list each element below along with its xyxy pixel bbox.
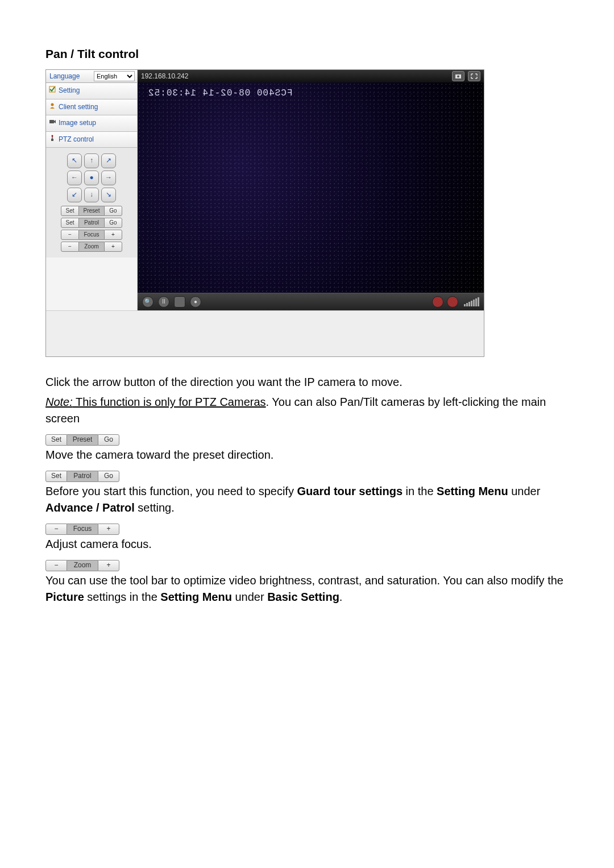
sidebar: Language English Setting Client setting (46, 70, 138, 310)
dir-down[interactable]: ↓ (84, 188, 99, 202)
inline-patrol-control: Set Patrol Go (45, 471, 119, 482)
check-icon (49, 86, 56, 93)
dir-down-right[interactable]: ↘ (101, 188, 116, 202)
language-row: Language English (46, 70, 137, 83)
alert-icon[interactable] (432, 296, 443, 308)
video-toolbar: 🔍 II ● (138, 293, 484, 310)
inline-zoom-label: Zoom (67, 560, 98, 571)
dir-up[interactable]: ↑ (84, 153, 99, 168)
inline-zoom-minus[interactable]: − (45, 560, 67, 571)
dir-left[interactable]: ← (67, 171, 82, 185)
patrol-go[interactable]: Go (104, 218, 122, 228)
snapshot-icon[interactable] (452, 71, 464, 81)
language-label: Language (49, 72, 80, 81)
language-select[interactable]: English (94, 71, 135, 81)
preset-go[interactable]: Go (104, 206, 122, 216)
dir-up-left[interactable]: ↖ (67, 153, 82, 168)
preset-label: Preset (79, 206, 104, 216)
patrol-set[interactable]: Set (61, 218, 79, 228)
inline-zoom-plus[interactable]: + (98, 560, 119, 571)
text-directions: Click the arrow button of the direction … (45, 374, 569, 391)
section-title: Pan / Tilt control (45, 45, 569, 63)
nav-image-setup[interactable]: Image setup (46, 115, 137, 131)
preset-desc: Move the camera toward the preset direct… (45, 447, 569, 463)
inline-zoom-control: − Zoom + (45, 560, 119, 571)
nav-client-setting[interactable]: Client setting (46, 99, 137, 115)
inline-focus-minus[interactable]: − (45, 524, 67, 535)
text-note: Note: This function is only for PTZ Came… (45, 394, 569, 427)
frame-footer (46, 310, 484, 356)
focus-desc: Adjust camera focus. (45, 536, 569, 553)
volume-bars-icon (464, 297, 479, 306)
nav-setting[interactable]: Setting (46, 83, 137, 99)
inline-patrol-go[interactable]: Go (98, 471, 119, 482)
ip-address: 192.168.10.242 (141, 72, 188, 81)
inline-patrol-set[interactable]: Set (45, 471, 67, 482)
toolbar-desc: You can use the tool bar to optimize vid… (45, 572, 569, 605)
svg-marker-3 (54, 120, 56, 123)
note-label: Note: (45, 396, 73, 408)
inline-preset-control: Set Preset Go (45, 434, 119, 446)
inline-focus-label: Focus (67, 524, 98, 535)
instruction-text: Click the arrow button of the direction … (45, 374, 569, 605)
address-bar: 192.168.10.242 (138, 70, 484, 82)
focus-minus[interactable]: − (61, 230, 79, 240)
svg-point-6 (52, 135, 53, 136)
nav-setting-label: Setting (59, 86, 80, 94)
zoom-label: Zoom (79, 242, 104, 252)
preset-set[interactable]: Set (61, 206, 79, 216)
record-icon[interactable]: ● (190, 296, 201, 308)
video-osd: FCS400 08-02-14 14:30:52 (148, 87, 292, 100)
dir-down-left[interactable]: ↙ (67, 188, 82, 202)
inline-patrol-label: Patrol (67, 471, 98, 482)
app-screenshot: Language English Setting Client setting (45, 69, 484, 357)
dir-up-right[interactable]: ↗ (101, 153, 116, 168)
inline-preset-set[interactable]: Set (45, 434, 67, 446)
patrol-label: Patrol (79, 218, 104, 228)
fullscreen-icon[interactable] (468, 71, 480, 81)
user-icon (49, 102, 56, 109)
dir-right[interactable]: → (101, 171, 116, 185)
svg-point-8 (457, 76, 459, 78)
nav-ptz-control[interactable]: PTZ control (46, 132, 137, 148)
svg-point-1 (51, 103, 54, 106)
svg-rect-2 (49, 120, 54, 123)
stop-icon[interactable] (174, 296, 185, 308)
zoom-plus[interactable]: + (104, 242, 122, 252)
joystick-icon (49, 135, 56, 142)
svg-rect-4 (51, 139, 53, 141)
direction-pad: ↖ ↑ ↗ ← ● → ↙ ↓ ↘ (49, 153, 134, 202)
zoom-icon[interactable]: 🔍 (142, 296, 154, 308)
ptz-panel: ↖ ↑ ↗ ← ● → ↙ ↓ ↘ SetPresetGo SetPatrolG… (46, 148, 137, 258)
video-area[interactable]: FCS400 08-02-14 14:30:52 (138, 82, 484, 293)
patrol-desc: Before you start this function, you need… (45, 483, 569, 516)
nav-image-label: Image setup (59, 119, 96, 127)
video-column: 192.168.10.242 FCS400 08-02-14 14:30:52 … (138, 70, 484, 310)
inline-preset-label: Preset (67, 434, 98, 446)
focus-label: Focus (79, 230, 104, 240)
dir-home[interactable]: ● (84, 171, 99, 185)
pause-icon[interactable]: II (158, 296, 169, 308)
nav-ptz-label: PTZ control (59, 135, 94, 143)
inline-focus-plus[interactable]: + (98, 524, 119, 535)
nav-client-label: Client setting (59, 103, 98, 111)
camera-icon (49, 118, 56, 125)
alarm-icon[interactable] (447, 296, 458, 308)
inline-preset-go[interactable]: Go (98, 434, 119, 446)
focus-plus[interactable]: + (104, 230, 122, 240)
inline-focus-control: − Focus + (45, 524, 119, 535)
note-underline: This function is only for PTZ Cameras (73, 396, 266, 408)
zoom-minus[interactable]: − (61, 242, 79, 252)
